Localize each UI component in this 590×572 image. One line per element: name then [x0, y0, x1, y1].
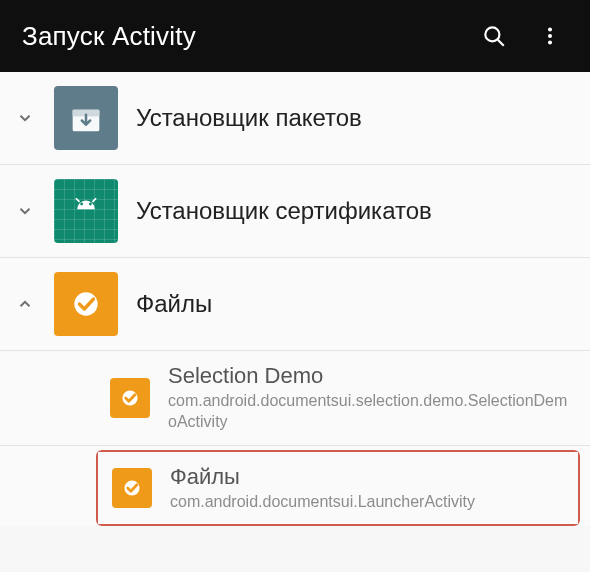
svg-point-7	[80, 203, 83, 206]
app-row-files[interactable]: Файлы	[0, 258, 590, 351]
appbar: Запуск Activity	[0, 0, 590, 72]
files-icon	[54, 272, 118, 336]
activity-package: com.android.documentsui.selection.demo.S…	[168, 391, 574, 433]
app-label: Установщик сертификатов	[136, 196, 432, 226]
svg-line-1	[498, 40, 504, 46]
highlighted-activity: Файлы com.android.documentsui.LauncherAc…	[96, 450, 580, 527]
package-installer-icon	[54, 86, 118, 150]
svg-line-9	[76, 199, 79, 202]
cert-installer-icon	[54, 179, 118, 243]
files-icon	[110, 378, 150, 418]
svg-line-10	[93, 199, 96, 202]
files-icon	[112, 468, 152, 508]
chevron-down-icon[interactable]	[14, 107, 36, 129]
chevron-up-icon[interactable]	[14, 293, 36, 315]
app-list: Установщик пакетов Установщик сертификат…	[0, 72, 590, 526]
more-vert-icon	[539, 25, 561, 47]
activity-row-selection-demo[interactable]: Selection Demo com.android.documentsui.s…	[0, 351, 590, 446]
search-button[interactable]	[472, 14, 516, 58]
app-label: Файлы	[136, 289, 212, 319]
search-icon	[481, 23, 507, 49]
app-label: Установщик пакетов	[136, 103, 362, 133]
overflow-menu-button[interactable]	[528, 14, 572, 58]
activity-texts: Файлы com.android.documentsui.LauncherAc…	[170, 464, 562, 513]
chevron-down-icon[interactable]	[14, 200, 36, 222]
svg-point-8	[89, 203, 92, 206]
svg-point-3	[548, 34, 552, 38]
app-row-certinstaller[interactable]: Установщик сертификатов	[0, 165, 590, 258]
svg-point-2	[548, 28, 552, 32]
svg-point-4	[548, 40, 552, 44]
activity-texts: Selection Demo com.android.documentsui.s…	[168, 363, 574, 433]
activity-title: Selection Demo	[168, 363, 574, 389]
activity-title: Файлы	[170, 464, 562, 490]
svg-point-0	[485, 27, 499, 41]
activity-row-launcher[interactable]: Файлы com.android.documentsui.LauncherAc…	[98, 452, 578, 525]
app-row-pkginstaller[interactable]: Установщик пакетов	[0, 72, 590, 165]
activity-package: com.android.documentsui.LauncherActivity	[170, 492, 562, 513]
appbar-title: Запуск Activity	[22, 21, 460, 52]
